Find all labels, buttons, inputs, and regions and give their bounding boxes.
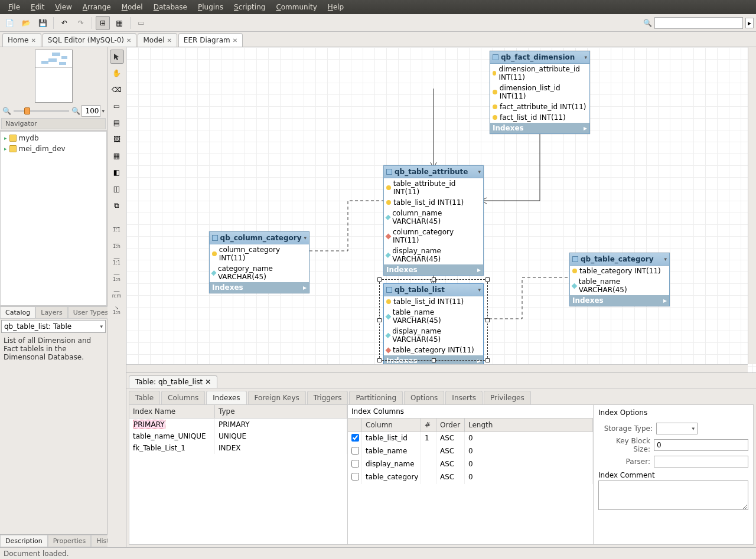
column-checkbox[interactable] [351,447,359,455]
table-icon [572,256,578,262]
menu-scripting[interactable]: Scripting [229,1,270,13]
side-tab-catalog[interactable]: Catalog [0,306,35,319]
index-column-row[interactable]: table_categoryASC0 [348,471,593,484]
pointer-tool-icon[interactable] [110,50,124,64]
rel-1-1-nonid-icon[interactable]: ⎯⎯1:1 [110,221,124,235]
close-icon[interactable]: ✕ [205,378,211,386]
search-input[interactable] [654,17,743,29]
column-checkbox[interactable] [351,434,359,442]
tab-eer-diagram[interactable]: EER Diagram✕ [178,33,243,47]
eraser-tool-icon[interactable]: ⌫ [110,83,124,97]
image-tool-icon[interactable]: 🖼 [110,132,124,146]
canvas-scrollbar-v[interactable] [748,47,756,364]
entity-qb-table-category[interactable]: qb_table_category▾ table_category INT(11… [569,253,670,306]
index-column-row[interactable]: table_list_id1ASC0 [348,432,593,445]
index-row[interactable]: table_name_UNIQUEUNIQUE [129,430,347,442]
menu-file[interactable]: File [4,1,25,13]
subtab-columns[interactable]: Columns [161,391,205,404]
layer-tool-icon[interactable]: ▭ [110,99,124,113]
menu-help[interactable]: Help [323,1,348,13]
storage-type-select[interactable]: ▾ [656,423,698,434]
grid-toggle-icon[interactable]: ▦ [112,16,126,30]
catalog-item[interactable]: ▸mydb [2,133,105,143]
index-comment-input[interactable] [598,480,748,510]
index-column-row[interactable]: table_nameASC0 [348,445,593,458]
zoom-dropdown-icon[interactable]: ▾ [102,108,105,114]
entity-qb-column-category[interactable]: qb_column_category▾ column_category INT(… [209,231,309,293]
database-icon [9,145,17,152]
tab-model[interactable]: Model✕ [138,33,177,47]
search-go-icon[interactable]: ▸ [745,18,754,28]
zoom-input[interactable] [82,105,100,117]
subtab-triggers[interactable]: Triggers [307,391,348,404]
side-tab-user-types[interactable]: User Types [68,306,114,319]
menu-model[interactable]: Model [117,1,148,13]
parser-input[interactable] [654,456,748,468]
catalog-item[interactable]: ▸mei_dim_dev [2,143,105,154]
editor-subtabs: Table Columns Indexes Foreign Keys Trigg… [126,388,756,404]
menu-edit[interactable]: Edit [26,1,49,13]
index-row[interactable]: fk_Table_List_1INDEX [129,442,347,454]
index-row[interactable]: PRIMARYPRIMARY [129,419,347,430]
undo-icon[interactable]: ↶ [57,16,71,30]
tab-description[interactable]: Description [0,535,48,547]
subtab-inserts[interactable]: Inserts [445,391,483,404]
rel-1-n-nonid-icon[interactable]: ⎯⎯1:n [110,237,124,251]
side-tab-layers[interactable]: Layers [35,306,67,319]
close-icon[interactable]: ✕ [167,37,171,44]
entity-qb-table-attribute[interactable]: qb_table_attribute▾ table_attribute_id I… [383,165,484,276]
selection-handles[interactable] [379,279,488,361]
column-checkbox[interactable] [351,460,359,468]
routine-tool-icon[interactable]: ⧉ [110,198,124,213]
hand-tool-icon[interactable]: ✋ [110,66,124,80]
view-tool-icon[interactable]: ◧ [110,165,124,179]
description-text: List of all Dimension and Fact tablels i… [0,334,107,364]
zoom-out-icon[interactable]: 🔍 [2,107,11,115]
close-icon[interactable]: ✕ [126,37,131,44]
key-block-size-input[interactable] [654,439,748,451]
menu-database[interactable]: Database [149,1,192,13]
subtab-table[interactable]: Table [129,391,160,404]
rel-1-n-id-icon[interactable]: ──1:n [110,270,124,285]
index-columns-title: Index Columns [348,405,593,419]
routine-group-tool-icon[interactable]: ◫ [110,182,124,196]
subtab-privileges[interactable]: Privileges [484,391,531,404]
menu-plugins[interactable]: Plugins [193,1,228,13]
search-icon[interactable]: 🔍 [643,19,652,27]
subtab-options[interactable]: Options [404,391,444,404]
rel-n-m-icon[interactable]: ──n:m [110,287,124,301]
catalog-tree[interactable]: ▸mydb ▸mei_dim_dev [0,131,107,306]
tab-home[interactable]: Home✕ [2,33,41,47]
object-selector[interactable]: qb_table_list: Table▾ [1,320,106,333]
new-file-icon[interactable]: 📄 [2,16,17,30]
canvas-scrollbar-h[interactable] [126,364,748,372]
rel-existing-icon[interactable]: ↘1:n [110,303,124,318]
menu-community[interactable]: Community [271,1,321,13]
subtab-partitioning[interactable]: Partitioning [349,391,403,404]
entity-qb-fact-dimension[interactable]: qb_fact_dimension▾ dimension_attribute_i… [490,51,590,134]
close-icon[interactable]: ✕ [233,37,237,44]
redo-icon[interactable]: ↷ [74,16,88,30]
subtab-foreign-keys[interactable]: Foreign Keys [248,391,306,404]
subtab-indexes[interactable]: Indexes [206,391,246,404]
tab-sql-editor[interactable]: SQL Editor (MySQL-0)✕ [43,33,137,47]
rel-1-1-id-icon[interactable]: ──1:1 [110,254,124,268]
save-icon[interactable]: 💾 [35,16,50,30]
menu-view[interactable]: View [50,1,76,13]
index-column-row[interactable]: display_nameASC0 [348,458,593,471]
column-icon [385,214,390,220]
close-icon[interactable]: ✕ [31,37,35,44]
diagram-canvas[interactable]: qb_fact_dimension▾ dimension_attribute_i… [126,47,756,372]
grid-align-icon[interactable]: ⊞ [96,16,110,30]
open-file-icon[interactable]: 📂 [19,16,33,30]
menu-arrange[interactable]: Arrange [78,1,116,13]
index-list[interactable]: Index Name Type PRIMARYPRIMARY table_nam… [129,405,348,544]
editor-tab[interactable]: Table: qb_table_list✕ [129,375,217,388]
note-tool-icon[interactable]: ▤ [110,116,124,130]
column-checkbox[interactable] [351,473,359,480]
page-icon[interactable]: ▭ [134,16,148,30]
table-tool-icon[interactable]: ▦ [110,149,124,163]
zoom-in-icon[interactable]: 🔍 [71,107,80,115]
tab-properties[interactable]: Properties [48,535,92,547]
minimap[interactable] [35,50,73,103]
